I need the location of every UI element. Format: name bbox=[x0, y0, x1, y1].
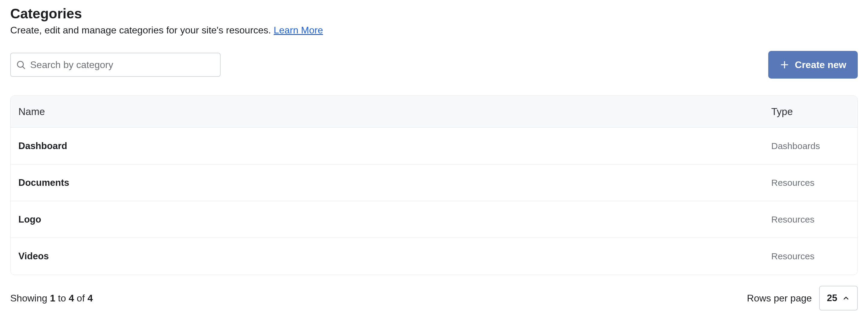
table-row[interactable]: Logo Resources bbox=[10, 201, 858, 238]
cell-type: Dashboards bbox=[771, 141, 849, 151]
rows-per-page-value: 25 bbox=[827, 293, 837, 304]
cell-name: Logo bbox=[19, 214, 771, 225]
svg-line-1 bbox=[23, 67, 24, 68]
rows-per-page: Rows per page 25 bbox=[747, 286, 858, 311]
pagination-summary: Showing 1 to 4 of 4 bbox=[10, 293, 93, 304]
cell-name: Dashboard bbox=[19, 141, 771, 151]
cell-name: Videos bbox=[19, 251, 771, 262]
cell-name: Documents bbox=[19, 177, 771, 188]
plus-icon bbox=[780, 60, 789, 70]
subtitle-text: Create, edit and manage categories for y… bbox=[10, 25, 274, 36]
table-header: Name Type bbox=[10, 96, 858, 128]
text-to: to bbox=[58, 293, 66, 304]
table-row[interactable]: Documents Resources bbox=[10, 165, 858, 201]
controls-row: Create new bbox=[10, 51, 858, 79]
cell-type: Resources bbox=[771, 214, 849, 225]
learn-more-link[interactable]: Learn More bbox=[274, 25, 323, 36]
text-showing: Showing bbox=[10, 293, 47, 304]
categories-table: Name Type Dashboard Dashboards Documents… bbox=[10, 96, 858, 275]
cell-type: Resources bbox=[771, 178, 849, 188]
search-field[interactable] bbox=[10, 53, 221, 77]
page-subtitle: Create, edit and manage categories for y… bbox=[10, 25, 858, 36]
search-icon bbox=[16, 60, 26, 70]
chevron-up-icon bbox=[842, 294, 850, 302]
create-new-button[interactable]: Create new bbox=[768, 51, 858, 79]
column-header-type[interactable]: Type bbox=[771, 106, 849, 117]
create-new-label: Create new bbox=[795, 59, 846, 70]
page-title: Categories bbox=[10, 5, 858, 22]
pagination-from: 1 bbox=[50, 293, 56, 304]
table-row[interactable]: Dashboard Dashboards bbox=[10, 128, 858, 165]
column-header-name[interactable]: Name bbox=[19, 106, 771, 117]
rows-per-page-label: Rows per page bbox=[747, 293, 812, 304]
cell-type: Resources bbox=[771, 251, 849, 261]
text-of: of bbox=[77, 293, 85, 304]
pagination-row: Showing 1 to 4 of 4 Rows per page 25 bbox=[10, 286, 858, 311]
pagination-total: 4 bbox=[87, 293, 93, 304]
table-row[interactable]: Videos Resources bbox=[10, 238, 858, 275]
rows-per-page-select[interactable]: 25 bbox=[819, 286, 858, 311]
search-input[interactable] bbox=[26, 59, 215, 70]
pagination-to: 4 bbox=[69, 293, 74, 304]
